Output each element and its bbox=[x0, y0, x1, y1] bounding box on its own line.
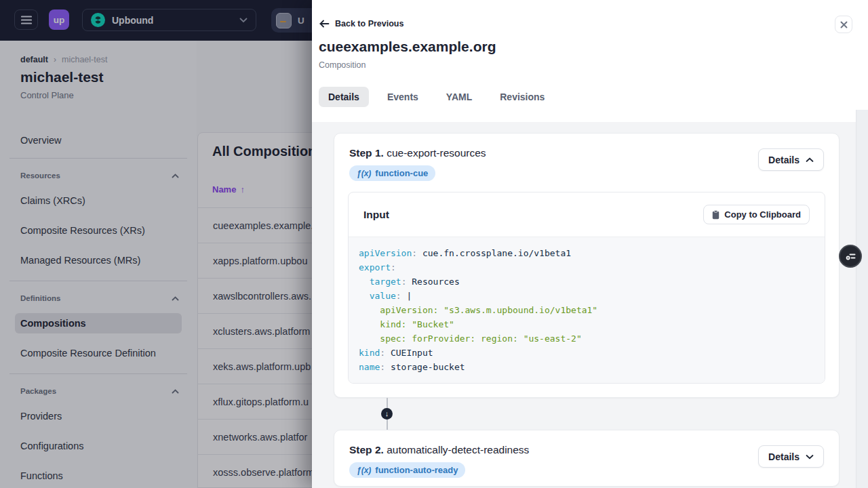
code-line: spec: forProvider: region: "us-east-2" bbox=[359, 331, 814, 346]
panel-title: cueexamples.example.org bbox=[319, 39, 496, 55]
tab-yaml[interactable]: YAML bbox=[437, 87, 481, 107]
details-label: Details bbox=[768, 451, 800, 462]
tab-events[interactable]: Events bbox=[378, 87, 428, 107]
step-2-info: Step 2. automatically-detect-readiness ƒ… bbox=[349, 444, 529, 478]
function-icon: ƒ(x) bbox=[357, 169, 371, 178]
step-1-card: Step 1. cue-export-resources ƒ(x) functi… bbox=[334, 133, 840, 398]
tab-details[interactable]: Details bbox=[319, 87, 369, 107]
code-line: export: bbox=[359, 260, 814, 274]
composition-detail-panel: Back to Previous cueexamples.example.org… bbox=[312, 0, 868, 488]
function-name: function-cue bbox=[375, 168, 428, 178]
step-1-details-button[interactable]: Details bbox=[758, 148, 824, 171]
code-line: target: Resources bbox=[359, 274, 814, 289]
chevron-up-icon bbox=[806, 157, 814, 163]
step-name: cue-export-resources bbox=[387, 147, 486, 159]
code-line: kind: CUEInput bbox=[359, 346, 814, 360]
back-label: Back to Previous bbox=[335, 19, 403, 28]
code-block: apiVersion: cue.fn.crossplane.io/v1beta1… bbox=[349, 237, 825, 383]
details-label: Details bbox=[768, 155, 800, 165]
input-card-header: Input Copy to Clipboard bbox=[349, 192, 825, 237]
close-icon bbox=[840, 21, 848, 28]
copy-label: Copy to Clipboard bbox=[724, 209, 801, 220]
step-1-info: Step 1. cue-export-resources ƒ(x) functi… bbox=[349, 147, 486, 181]
code-line: apiVersion: cue.fn.crossplane.io/v1beta1 bbox=[359, 246, 814, 260]
step-1-title: Step 1. cue-export-resources bbox=[349, 147, 486, 159]
step-connector: ↓ bbox=[334, 398, 868, 430]
step-2-details-button[interactable]: Details bbox=[758, 445, 824, 468]
step-name: automatically-detect-readiness bbox=[387, 444, 529, 455]
back-to-previous-link[interactable]: Back to Previous bbox=[319, 19, 403, 28]
function-icon: ƒ(x) bbox=[357, 466, 371, 475]
arrow-down-circle-icon: ↓ bbox=[381, 408, 393, 420]
arrow-left-icon bbox=[319, 20, 330, 28]
copy-to-clipboard-button[interactable]: Copy to Clipboard bbox=[703, 205, 810, 224]
step-1-header: Step 1. cue-export-resources ƒ(x) functi… bbox=[334, 134, 839, 192]
step-2-header: Step 2. automatically-detect-readiness ƒ… bbox=[334, 430, 839, 486]
feedback-icon bbox=[845, 251, 856, 262]
function-badge[interactable]: ƒ(x) function-cue bbox=[349, 165, 435, 181]
step-2-title: Step 2. automatically-detect-readiness bbox=[349, 444, 529, 456]
panel-scrollbar[interactable] bbox=[856, 110, 868, 488]
code-line: value: | bbox=[359, 289, 814, 303]
close-panel-button[interactable] bbox=[835, 16, 852, 33]
panel-subtitle: Composition bbox=[319, 60, 366, 70]
panel-body: Step 1. cue-export-resources ƒ(x) functi… bbox=[312, 122, 868, 488]
function-name: function-auto-ready bbox=[375, 465, 458, 475]
function-badge[interactable]: ƒ(x) function-auto-ready bbox=[349, 462, 465, 478]
input-title: Input bbox=[363, 209, 389, 221]
step-number: Step 1. bbox=[349, 147, 384, 159]
code-line: kind: "Bucket" bbox=[359, 317, 814, 331]
tab-revisions[interactable]: Revisions bbox=[490, 87, 554, 107]
clipboard-icon bbox=[712, 210, 719, 220]
panel-tabs: Details Events YAML Revisions bbox=[319, 87, 554, 107]
input-card: Input Copy to Clipboard apiVersion: cue.… bbox=[348, 192, 825, 384]
chevron-down-icon bbox=[806, 454, 814, 460]
step-2-card: Step 2. automatically-detect-readiness ƒ… bbox=[334, 430, 840, 487]
step-number: Step 2. bbox=[349, 444, 384, 455]
code-line: apiVersion: "s3.aws.m.upbound.io/v1beta1… bbox=[359, 303, 814, 317]
code-line: name: storage-bucket bbox=[359, 360, 814, 374]
feedback-widget-button[interactable] bbox=[839, 245, 862, 268]
